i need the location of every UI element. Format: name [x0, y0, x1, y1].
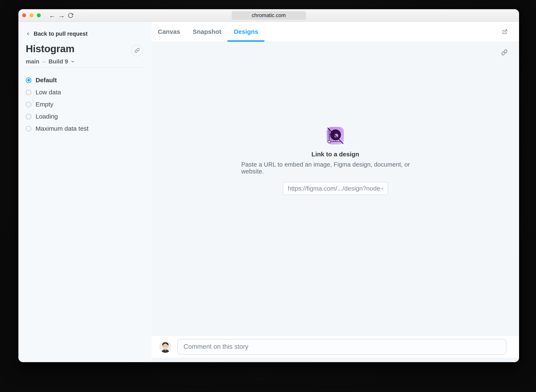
radio-icon[interactable]: [26, 126, 31, 131]
bottom-strip: [152, 358, 519, 362]
traffic-lights: [22, 13, 41, 17]
design-reference-icon: [327, 127, 344, 145]
close-window-button[interactable]: [22, 13, 26, 17]
comment-bar: [152, 336, 519, 358]
design-block-description: Paste a URL to embed an image, Figma des…: [241, 161, 429, 175]
story-item-empty[interactable]: Empty: [26, 98, 144, 110]
link-icon: [501, 49, 507, 56]
story-item-label: Default: [36, 77, 57, 84]
desktop-background: ← → chromatic.com Back to pull: [0, 0, 536, 392]
minimize-window-button[interactable]: [29, 13, 34, 17]
open-in-new-window-button[interactable]: [500, 27, 509, 36]
radio-selected-icon[interactable]: [26, 77, 31, 83]
url-bar[interactable]: chromatic.com: [232, 11, 306, 20]
copy-permalink-button[interactable]: [500, 48, 509, 57]
zoom-window-button[interactable]: [37, 13, 41, 17]
main-content: Canvas Snapshot Designs: [152, 22, 519, 362]
design-block-title: Link to a design: [311, 151, 359, 158]
tab-designs[interactable]: Designs: [227, 22, 264, 42]
story-item-low-data[interactable]: Low data: [26, 86, 144, 98]
radio-icon[interactable]: [26, 89, 31, 95]
branch-label: main: [26, 58, 39, 65]
forward-button[interactable]: →: [58, 12, 65, 19]
sidebar: Back to pull request Histogram main – Bu…: [18, 22, 152, 362]
back-link-label: Back to pull request: [34, 31, 88, 37]
story-item-label: Maximum data test: [36, 125, 88, 132]
branch-build-separator: –: [42, 58, 46, 65]
reload-button[interactable]: [67, 12, 74, 19]
app-body: Back to pull request Histogram main – Bu…: [18, 22, 519, 362]
radio-icon[interactable]: [26, 114, 31, 119]
tab-bar: Canvas Snapshot Designs: [152, 22, 519, 42]
story-item-label: Loading: [36, 113, 58, 120]
radio-icon[interactable]: [26, 102, 31, 107]
external-link-icon: [502, 29, 507, 34]
copy-story-link-button[interactable]: [131, 44, 143, 56]
build-label: Build 9: [48, 58, 68, 65]
chevron-left-icon: [26, 32, 30, 36]
branch-build-selector[interactable]: main – Build 9: [26, 58, 75, 65]
url-text: chromatic.com: [252, 12, 286, 18]
browser-nav: ← →: [49, 12, 74, 19]
avatar-photo: [159, 341, 171, 353]
story-item-label: Low data: [36, 89, 61, 96]
designs-panel: Link to a design Paste a URL to embed an…: [152, 42, 519, 336]
browser-toolbar: ← → chromatic.com: [18, 9, 519, 22]
comment-input[interactable]: [177, 339, 506, 355]
link-icon: [134, 48, 140, 53]
tab-canvas[interactable]: Canvas: [152, 22, 187, 42]
story-item-default[interactable]: Default: [26, 74, 144, 86]
chevron-down-icon: [71, 59, 75, 64]
tab-snapshot[interactable]: Snapshot: [187, 22, 228, 42]
sidebar-divider: [26, 67, 143, 68]
link-design-block: Link to a design Paste a URL to embed an…: [241, 127, 429, 195]
reload-icon: [68, 13, 74, 18]
story-item-label: Empty: [36, 101, 53, 108]
design-url-input[interactable]: [283, 182, 388, 195]
back-button[interactable]: ←: [49, 12, 55, 19]
story-item-loading[interactable]: Loading: [26, 110, 144, 122]
story-item-maximum-data-test[interactable]: Maximum data test: [26, 122, 144, 135]
story-list: Default Low data Empty Loading: [26, 74, 144, 135]
back-to-pull-request-link[interactable]: Back to pull request: [26, 30, 88, 37]
browser-window: ← → chromatic.com Back to pull: [18, 9, 519, 362]
user-avatar: [159, 341, 171, 353]
